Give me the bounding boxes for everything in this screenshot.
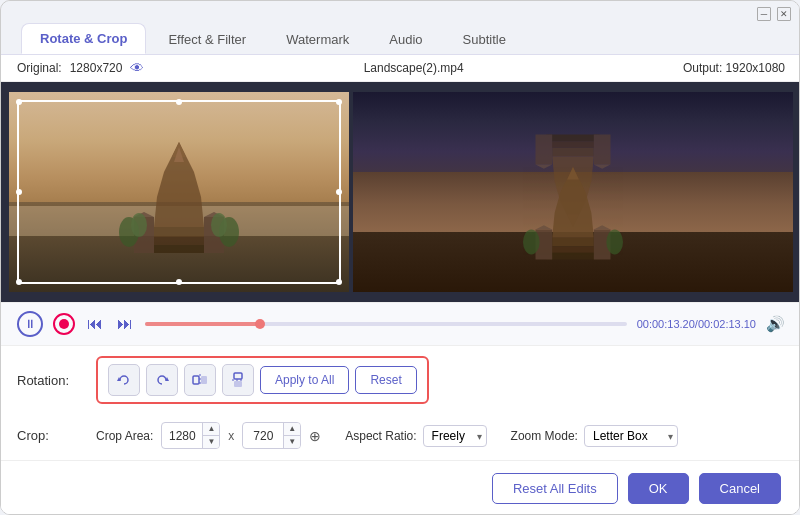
aspect-ratio-wrap: Aspect Ratio: Freely 16:9 4:3 1:1 9:16 — [345, 425, 486, 447]
flip-v-icon — [230, 372, 246, 388]
progress-fill — [145, 322, 260, 326]
minimize-button[interactable]: ─ — [757, 7, 771, 21]
output-value: 1920x1080 — [726, 61, 785, 75]
record-button[interactable] — [53, 313, 75, 335]
tab-watermark[interactable]: Watermark — [268, 25, 367, 54]
video-inner-left — [9, 92, 349, 292]
apply-to-all-button[interactable]: Apply to All — [260, 366, 349, 394]
flip-horizontal-button[interactable] — [184, 364, 216, 396]
svg-rect-1 — [154, 227, 204, 237]
temple-icon — [119, 137, 239, 267]
crop-height-up[interactable]: ▲ — [284, 423, 300, 436]
svg-rect-25 — [548, 246, 598, 253]
time-display: 00:00:13.20/00:02:13.10 — [637, 318, 756, 330]
tab-effect-filter[interactable]: Effect & Filter — [150, 25, 264, 54]
crop-width-down[interactable]: ▼ — [203, 436, 219, 448]
tab-rotate-crop[interactable]: Rotate & Crop — [21, 23, 146, 54]
svg-point-32 — [523, 230, 540, 255]
rotation-row: Rotation: — [1, 346, 800, 414]
time-current: 00:00:13.20 — [637, 318, 695, 330]
zoom-mode-label: Zoom Mode: — [511, 429, 578, 443]
preview-area — [1, 82, 800, 302]
svg-rect-40 — [234, 381, 242, 387]
crop-width-input[interactable]: 1280 ▲ ▼ — [161, 422, 220, 449]
rotate-left-icon — [116, 372, 132, 388]
crop-width-arrows: ▲ ▼ — [202, 423, 219, 448]
output-label: Output: — [683, 61, 722, 75]
svg-rect-16 — [548, 141, 598, 148]
svg-marker-31 — [594, 225, 611, 229]
rotate-left-button[interactable] — [108, 364, 140, 396]
rotation-buttons-box: Apply to All Reset — [96, 356, 429, 404]
reset-button[interactable]: Reset — [355, 366, 416, 394]
svg-rect-19 — [536, 135, 553, 165]
zoom-mode-wrap: Zoom Mode: Letter Box Pan & Scan Full — [511, 425, 678, 447]
original-value: 1280x720 — [70, 61, 123, 75]
record-icon — [59, 319, 69, 329]
title-bar: ─ ✕ — [1, 1, 800, 21]
skip-back-button[interactable]: ⏮ — [85, 313, 105, 335]
flip-h-icon — [192, 372, 208, 388]
rotate-right-icon — [154, 372, 170, 388]
crop-width-up[interactable]: ▲ — [203, 423, 219, 436]
svg-rect-2 — [149, 237, 209, 245]
svg-rect-27 — [546, 253, 599, 260]
crop-area-label: Crop Area: — [96, 429, 153, 443]
svg-rect-5 — [147, 245, 211, 253]
progress-thumb[interactable] — [255, 319, 265, 329]
info-bar: Original: 1280x720 👁 Landscape(2).mp4 Ou… — [1, 55, 800, 82]
crop-crosshair-icon[interactable]: ⊕ — [309, 428, 321, 444]
svg-rect-39 — [234, 373, 242, 379]
svg-rect-20 — [594, 135, 611, 165]
svg-point-12 — [131, 213, 147, 237]
crop-width-value: 1280 — [162, 426, 202, 446]
zoom-mode-select[interactable]: Letter Box Pan & Scan Full — [584, 425, 678, 447]
svg-marker-30 — [536, 225, 553, 229]
zoom-mode-select-wrapper: Letter Box Pan & Scan Full — [584, 425, 678, 447]
main-window: ─ ✕ Rotate & Crop Effect & Filter Waterm… — [1, 1, 800, 515]
eye-icon[interactable]: 👁 — [130, 60, 144, 76]
crop-height-down[interactable]: ▼ — [284, 436, 300, 448]
crop-height-input[interactable]: 720 ▲ ▼ — [242, 422, 301, 449]
crop-row: Crop: Crop Area: 1280 ▲ ▼ x 720 ▲ ▼ — [1, 414, 800, 457]
output-info: Output: 1920x1080 — [683, 61, 785, 75]
close-button[interactable]: ✕ — [777, 7, 791, 21]
aspect-ratio-label: Aspect Ratio: — [345, 429, 416, 443]
time-total: 00:02:13.10 — [698, 318, 756, 330]
footer: Reset All Edits OK Cancel — [1, 460, 800, 515]
filename: Landscape(2).mp4 — [364, 61, 464, 75]
aspect-ratio-select[interactable]: Freely 16:9 4:3 1:1 9:16 — [423, 425, 487, 447]
svg-point-13 — [211, 213, 227, 237]
svg-point-33 — [606, 230, 623, 255]
volume-icon[interactable]: 🔊 — [766, 315, 785, 333]
tab-subtitle[interactable]: Subtitle — [445, 25, 524, 54]
video-preview-left — [9, 92, 349, 292]
tab-bar: Rotate & Crop Effect & Filter Watermark … — [1, 23, 800, 54]
aspect-ratio-select-wrapper: Freely 16:9 4:3 1:1 9:16 — [423, 425, 487, 447]
rotation-label: Rotation: — [17, 373, 82, 388]
tab-audio[interactable]: Audio — [371, 25, 440, 54]
svg-marker-26 — [567, 167, 579, 180]
svg-rect-37 — [201, 376, 207, 384]
crop-height-value: 720 — [243, 426, 283, 446]
cancel-button[interactable]: Cancel — [699, 473, 781, 504]
controls-bar: ⏸ ⏮ ⏭ 00:00:13.20/00:02:13.10 🔊 — [1, 302, 800, 346]
crop-height-arrows: ▲ ▼ — [283, 423, 300, 448]
ok-button[interactable]: OK — [628, 473, 689, 504]
pause-button[interactable]: ⏸ — [17, 311, 43, 337]
reset-all-edits-button[interactable]: Reset All Edits — [492, 473, 618, 504]
flip-vertical-button[interactable] — [222, 364, 254, 396]
progress-bar[interactable] — [145, 322, 627, 326]
svg-rect-24 — [552, 238, 594, 246]
info-left: Original: 1280x720 👁 — [17, 60, 144, 76]
skip-forward-button[interactable]: ⏭ — [115, 313, 135, 335]
x-separator: x — [228, 429, 234, 443]
main-content: Original: 1280x720 👁 Landscape(2).mp4 Ou… — [1, 54, 800, 515]
temple-upright-icon — [523, 162, 623, 272]
svg-rect-36 — [193, 376, 199, 384]
svg-rect-15 — [552, 148, 594, 156]
crop-label: Crop: — [17, 428, 82, 443]
video-preview-right — [353, 92, 793, 292]
rotate-right-button[interactable] — [146, 364, 178, 396]
crop-controls: Crop Area: 1280 ▲ ▼ x 720 ▲ ▼ ⊕ — [96, 422, 678, 449]
